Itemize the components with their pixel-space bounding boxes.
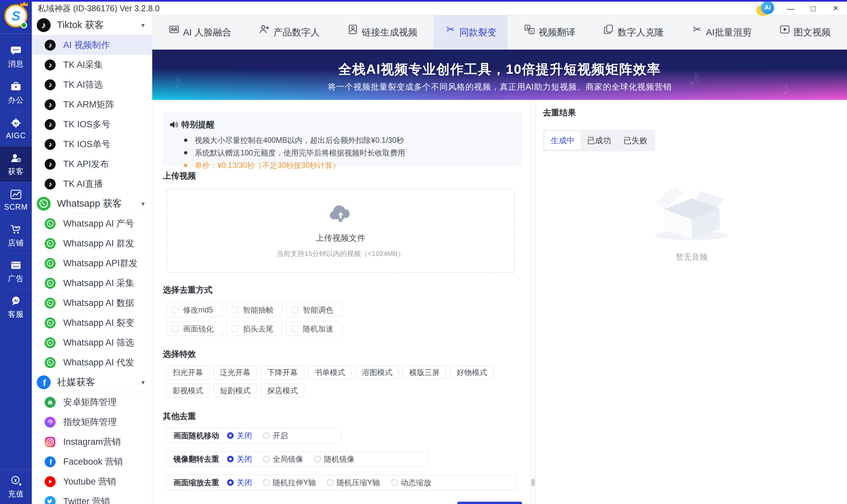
radio-icon[interactable] [327,479,334,486]
radio-option[interactable]: 随机镜像 [314,454,355,464]
sidebar-item[interactable]: Whatsapp AI 筛选 [32,333,152,353]
rail-item-cart[interactable]: 店铺 [0,218,32,253]
radio-option[interactable]: 随机拉伸Y轴 [263,478,316,488]
ai-assistant-avatar[interactable]: Ai [756,1,775,16]
rail-item-aigc[interactable]: AIAIGC [0,110,32,146]
dedupe-option[interactable]: 智能调色 [286,303,342,317]
checkbox-icon[interactable] [292,325,298,332]
rail-item-chart[interactable]: SCRM [0,182,32,218]
sidebar-item[interactable]: ♪♪♪TK ARM矩阵 [32,94,152,114]
radio-icon[interactable] [227,432,234,439]
dedupe-option[interactable]: 随机加速 [286,321,342,336]
effect-button[interactable]: 书单模式 [308,365,351,379]
sidebar-item[interactable]: ♪♪♪TK IOS多号 [32,114,152,134]
effect-button[interactable]: 好物模式 [450,365,494,379]
effect-button[interactable]: 下降开幕 [261,365,304,379]
effect-button[interactable]: 探店模式 [261,384,304,397]
sidebar-item[interactable]: Whatsapp AI 数据 [32,293,152,313]
tab-5[interactable]: 数字人克隆 [592,15,675,50]
rail-item-person[interactable]: 获客 [0,146,32,182]
radio-label: 全局镜像 [273,454,303,464]
generate-button[interactable] [457,502,522,504]
effect-button[interactable]: 短剧模式 [213,384,257,397]
radio-icon[interactable] [227,479,234,486]
main-scrollbar[interactable] [530,100,536,504]
tab-2[interactable]: 链接生成视频 [336,15,429,50]
effect-button[interactable]: 横版三屏 [403,365,446,379]
radio-icon[interactable] [263,432,270,439]
rail-item-recharge[interactable]: ¥充值 [0,470,32,504]
sidebar-item[interactable]: fFacebook 营销 [32,452,152,472]
radio-option[interactable]: 关闭 [227,478,252,488]
rail-item-chat[interactable]: 消息 [0,39,32,75]
sidebar-item[interactable]: Youtube 营销 [32,472,152,491]
sidebar-item-label: Instagram营销 [63,436,121,448]
checkbox-icon[interactable] [292,307,298,313]
sidebar-item[interactable]: Whatsapp API群发 [32,253,152,273]
effect-button[interactable]: 扫光开幕 [166,365,209,379]
sidebar-group-2[interactable]: f社媒获客▾ [32,372,152,392]
radio-icon[interactable] [314,456,321,462]
tab-3[interactable]: ✂同款裂变 [434,15,508,50]
checkbox-icon[interactable] [232,325,238,332]
sidebar-item[interactable]: ♪♪♪TK AI采集 [32,55,152,75]
effect-button[interactable]: 溶图模式 [356,365,399,379]
sidebar-item[interactable]: Twitter 营销 [32,491,152,504]
sidebar-item[interactable]: ♪♪♪TK API发布 [32,154,152,174]
sidebar-item[interactable]: ♪♪♪TK AI直播 [32,174,152,194]
effect-button[interactable]: 影视模式 [166,384,209,397]
upload-dropzone[interactable]: 上传视频文件 当前支持15分钟以内的视频（<1024MB） [167,189,515,273]
scrollbar-thumb[interactable] [531,479,535,486]
minimize-button[interactable]: — [779,2,802,15]
sidebar-item[interactable]: ♪♪♪TK IOS单号 [32,134,152,154]
sidebar-item[interactable]: Whatsapp AI 代发 [32,353,152,372]
maximize-button[interactable]: □ [802,2,825,15]
sidebar-item[interactable]: 指纹矩阵管理 [32,412,152,432]
rail-item-ads[interactable]: ADS广告 [0,253,32,289]
sidebar-group-1[interactable]: Whatsapp 获客▾ [32,194,152,214]
svg-text:f: f [43,378,46,388]
sidebar-item[interactable]: ♪♪♪AI 视频制作 [32,35,152,55]
rail-item-briefcase[interactable]: 办公 [0,75,32,110]
sidebar-item[interactable]: 安卓矩阵管理 [32,392,152,412]
dedupe-option[interactable]: 掐头去尾 [226,321,282,336]
checkbox-icon[interactable] [232,307,238,313]
results-tab-2[interactable]: 已失败 [617,131,654,150]
sidebar-item[interactable]: Whatsapp AI 群发 [32,233,152,253]
tab-4[interactable]: A文视频翻译 [513,15,587,50]
sidebar-item[interactable]: Whatsapp AI 裂变 [32,313,152,333]
dedupe-option[interactable]: 智能抽帧 [226,303,282,317]
sidebar-item[interactable]: Whatsapp AI 产号 [32,214,152,233]
effect-button[interactable]: 泛光开幕 [213,365,257,379]
tab-6[interactable]: ✂AI批量混剪 [680,15,763,50]
results-tab-1[interactable]: 已成功 [581,131,617,150]
dedupe-option[interactable]: 画面锐化 [167,321,222,336]
app-logo[interactable]: S [0,0,32,34]
sidebar-item[interactable]: Whatsapp AI 采集 [32,273,152,293]
radio-option[interactable]: 全局镜像 [263,454,303,464]
radio-icon[interactable] [391,479,398,486]
radio-option[interactable]: 随机压缩Y轴 [327,478,380,488]
tab-7[interactable]: 图文视频 [768,15,842,50]
radio-option[interactable]: 动态缩放 [391,478,431,488]
radio-icon[interactable] [263,479,270,486]
rail-item-service[interactable]: AI客服 [0,289,32,325]
checkbox-icon[interactable] [172,307,178,313]
radio-option[interactable]: 关闭 [227,454,252,464]
aigc-icon: AI [10,117,22,129]
checkbox-icon[interactable] [172,325,178,332]
radio-icon[interactable] [263,456,270,462]
sidebar-item[interactable]: Instagram营销 [32,432,152,452]
radio-option[interactable]: 开启 [263,431,288,441]
sidebar-group-0[interactable]: ♪♪♪Tiktok 获客▾ [32,15,152,35]
results-tab-0[interactable]: 生成中 [544,131,581,150]
svg-text:文: 文 [530,30,533,33]
radio-icon[interactable] [227,456,234,462]
tab-1[interactable]: 产品数字人 [247,15,331,50]
sidebar-item[interactable]: ♪♪♪TK AI筛选 [32,75,152,94]
tab-0[interactable]: AI 人脸融合 [157,15,243,50]
close-button[interactable]: × [825,2,847,15]
dedupe-option[interactable]: 修改md5 [167,303,222,317]
radio-option[interactable]: 关闭 [227,431,252,441]
banner-title: 全栈AI视频专业创作工具，10倍提升短视频矩阵效率 [152,60,847,78]
